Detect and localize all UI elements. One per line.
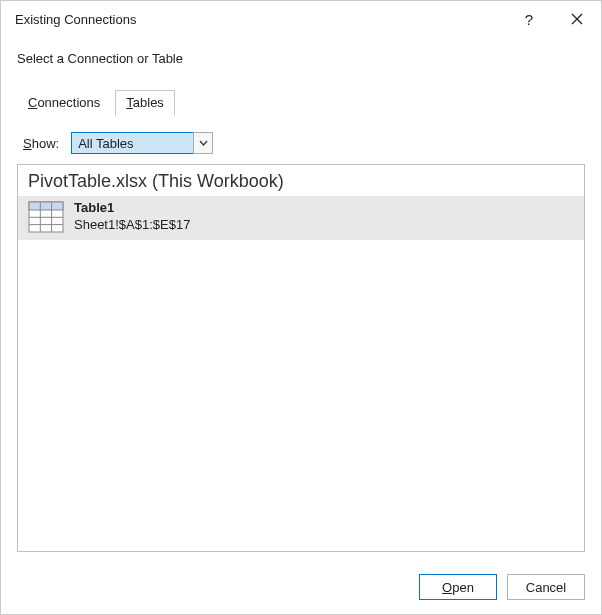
show-label: Show: bbox=[23, 136, 59, 151]
help-icon: ? bbox=[525, 11, 533, 28]
table-icon bbox=[28, 201, 64, 233]
dialog-subtitle: Select a Connection or Table bbox=[17, 51, 585, 66]
tab-tables[interactable]: Tables bbox=[115, 90, 175, 116]
show-combobox[interactable]: All Tables bbox=[71, 132, 213, 154]
dialog-title: Existing Connections bbox=[15, 12, 519, 27]
tab-bar: Connections Tables bbox=[17, 90, 585, 116]
tables-list-panel: PivotTable.xlsx (This Workbook) Table1 S… bbox=[17, 164, 585, 552]
show-combobox-button[interactable] bbox=[193, 132, 213, 154]
show-combobox-value: All Tables bbox=[71, 132, 193, 154]
tab-connections[interactable]: Connections bbox=[17, 90, 111, 116]
list-item-title: Table1 bbox=[74, 200, 190, 217]
list-item-subtitle: Sheet1!$A$1:$E$17 bbox=[74, 217, 190, 234]
chevron-down-icon bbox=[199, 140, 208, 146]
list-item-text: Table1 Sheet1!$A$1:$E$17 bbox=[74, 200, 190, 234]
help-button[interactable]: ? bbox=[519, 9, 539, 29]
titlebar: Existing Connections ? bbox=[1, 1, 601, 37]
show-row: Show: All Tables bbox=[23, 132, 585, 154]
dialog-content: Select a Connection or Table Connections… bbox=[1, 37, 601, 562]
close-icon bbox=[571, 13, 583, 25]
group-header: PivotTable.xlsx (This Workbook) bbox=[18, 165, 584, 196]
list-item[interactable]: Table1 Sheet1!$A$1:$E$17 bbox=[18, 196, 584, 240]
cancel-button[interactable]: Cancel bbox=[507, 574, 585, 600]
svg-rect-3 bbox=[29, 202, 63, 210]
titlebar-controls: ? bbox=[519, 9, 591, 29]
dialog-footer: Open Cancel bbox=[1, 562, 601, 614]
dialog-existing-connections: Existing Connections ? Select a Connecti… bbox=[0, 0, 602, 615]
close-button[interactable] bbox=[567, 9, 587, 29]
open-button[interactable]: Open bbox=[419, 574, 497, 600]
